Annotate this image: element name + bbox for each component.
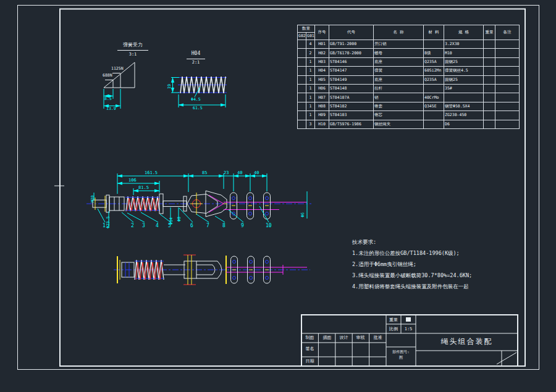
bom-header-code: 代号 <box>329 25 374 40</box>
cell-code: ST04102 <box>329 102 374 111</box>
cell-mat <box>424 84 444 93</box>
cell-no: H05 <box>315 75 329 84</box>
spring-force-scale: 3:1 <box>124 52 142 57</box>
callout-3: 3 <box>142 223 145 228</box>
cell-name: 开口销 <box>374 40 424 49</box>
bom-row: 1H07ST04107A销40CrMo <box>298 93 520 102</box>
cell-remark <box>495 102 520 111</box>
cell-code: GB/T91-2000 <box>329 40 374 49</box>
defl-max-dim: 13.9 <box>106 107 116 111</box>
dim-40a: 40 <box>237 171 242 175</box>
cell-qty: 1 <box>306 57 315 66</box>
cell-spec: 35# <box>444 84 484 93</box>
tb-weight-label: 重量 <box>386 318 401 322</box>
cell-weight <box>484 102 495 111</box>
cell-name: 锥芯 <box>374 111 424 120</box>
cell-remark <box>495 75 520 84</box>
cell-weight <box>484 84 495 93</box>
dim-thread-m10: M10 <box>91 195 95 202</box>
spring-force-title: 弹簧受力 <box>117 43 148 48</box>
cell-g02 <box>298 57 306 66</box>
cell-mat: Q235A <box>424 75 444 84</box>
cell-spec: ZG230-450 <box>444 111 484 120</box>
bom-row: 1H05ST04149底座Q235A圆钢25 <box>298 75 520 84</box>
cell-mat: B级 <box>424 49 444 57</box>
spring-length-dim: 61.5 <box>193 106 203 111</box>
cell-remark <box>495 40 520 49</box>
callout-6: 6 <box>190 223 193 228</box>
cell-no: H04 <box>315 67 329 75</box>
cell-weight <box>484 67 495 75</box>
cell-qty: 1 <box>306 93 315 102</box>
dim-dia-6: Φ6 <box>301 212 305 217</box>
bom-header-spec: 规 格 <box>444 25 484 40</box>
cell-qty: 4 <box>306 40 315 49</box>
cell-g02 <box>298 75 306 84</box>
cell-g02 <box>298 120 306 128</box>
bom-row: 1H06ST04148拉杆35# <box>298 84 520 93</box>
dim-81: 81.5 <box>138 186 149 190</box>
cell-spec: D6 <box>444 120 484 128</box>
bom-table: 数量 序号 代号 名 称 材 料 规 格 重量 备注 G02 G01 4H01G… <box>297 25 520 129</box>
cell-no: H09 <box>315 111 329 120</box>
cell-qty: 3 <box>306 120 315 128</box>
tech-req-item-2: 2.适用于Φ6mm曳引钢丝绳; <box>352 259 472 270</box>
cell-weight <box>484 57 495 66</box>
cell-spec: M10 <box>444 49 484 57</box>
force-min-label: 688N <box>103 73 112 78</box>
dim-85: 85 <box>202 171 207 175</box>
weight-value-mark <box>406 317 411 322</box>
cell-mat: Q235A <box>424 57 444 66</box>
cell-qty: 1 <box>306 111 315 120</box>
cell-mat <box>424 40 444 49</box>
callout-8: 8 <box>222 223 225 228</box>
technical-requirements: 技术要求: 1.未注的形位公差按GB/T1184-1996(K级); 2.适用于… <box>352 236 472 292</box>
cell-remark <box>495 111 520 120</box>
tb-sign-label: 签名 <box>301 347 318 351</box>
cell-spec: 弹簧钢丝4.5 <box>444 67 484 75</box>
tech-req-item-4: 4.用塑料袋将整套绳头端接装置及附件包装在一起 <box>352 281 472 292</box>
dim-161: 161.5 <box>145 171 158 175</box>
defl-min-dim: 8.5 <box>104 97 112 101</box>
bom-header-row-1: 数量 序号 代号 名 称 材 料 规 格 重量 备注 <box>298 25 520 33</box>
cell-qty: 1 <box>306 84 315 93</box>
cell-spec: 钢管Φ50.5X4 <box>444 102 484 111</box>
spring-wire-dia-label: Φ4.5 <box>191 98 201 102</box>
bom-row: 1H09ST04103锥芯ZG230-450 <box>298 111 520 120</box>
cell-mat: Q345E <box>424 102 444 111</box>
bom-header-g02: G02 <box>298 33 306 40</box>
cell-weight <box>484 111 495 120</box>
cad-drawing-canvas: 弹簧受力 3:1 1125N 688N 8.5 13.9 H04 2:1 19 … <box>0 0 556 392</box>
cell-weight <box>484 120 495 128</box>
bom-row: 1H08ST04102锥套Q345E钢管Φ50.5X4 <box>298 102 520 111</box>
cell-name: 钢丝绳夹 <box>374 120 424 128</box>
cell-name: 销 <box>374 93 424 102</box>
cell-qty: 1 <box>306 102 315 111</box>
cell-name: 锥套 <box>374 102 424 111</box>
tb-scale-label: 比例 <box>386 327 401 332</box>
cell-remark <box>495 120 520 128</box>
cell-no: H06 <box>315 84 329 93</box>
callout-1: 1 <box>103 223 106 228</box>
cell-remark <box>495 49 520 57</box>
cell-spec <box>444 93 484 102</box>
cell-code: ST04147 <box>329 67 374 75</box>
cell-code: GB/T6170-2000 <box>329 49 374 57</box>
drawing-title: 绳头组合装配 <box>416 338 518 345</box>
cell-g02 <box>298 102 306 111</box>
tech-req-item-1: 1.未注的形位公差按GB/T1184-1996(K级); <box>352 248 472 259</box>
tb-col-traced: 描图 <box>319 336 335 340</box>
spring-detail-scale: 2:1 <box>187 60 204 65</box>
cell-weight <box>484 40 495 49</box>
bom-header-material: 材 料 <box>424 25 444 40</box>
dim-40b: 40 <box>254 171 259 175</box>
cell-name: 底座 <box>374 57 424 66</box>
main-view-rope <box>209 195 307 212</box>
force-max-label: 1125N <box>111 67 124 71</box>
cell-no: H08 <box>315 102 329 111</box>
cell-spec: 圆钢25 <box>444 75 484 84</box>
spring-detail-label: H04 <box>187 51 204 56</box>
tb-date-label: 日期 <box>301 359 318 364</box>
bom-row: 4H01GB/T91-2000开口销3.2X30 <box>298 40 520 49</box>
cell-code: GB/T5976-1986 <box>329 120 374 128</box>
